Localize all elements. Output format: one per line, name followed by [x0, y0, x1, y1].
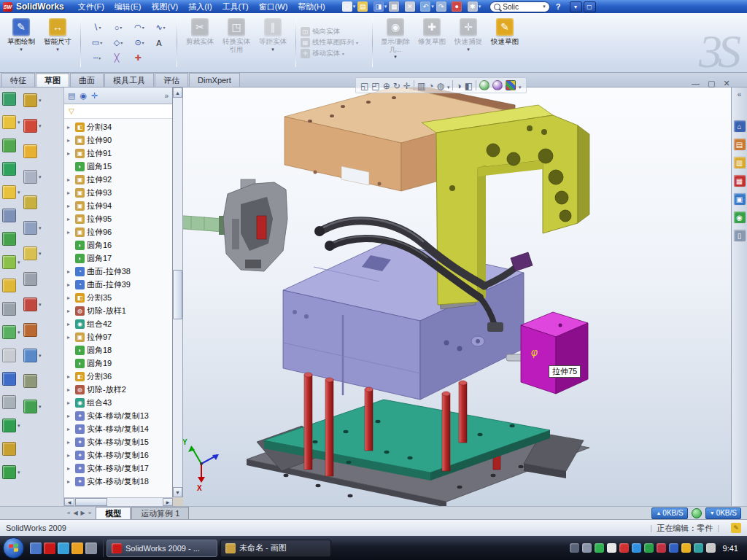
sketch-entity-button[interactable]: ◇▾: [108, 36, 128, 50]
dropdown-arrow-icon[interactable]: ▾: [39, 123, 42, 129]
expand-arrow-icon[interactable]: ▸: [67, 190, 73, 196]
quick-launch-icon[interactable]: [85, 542, 97, 554]
save-icon[interactable]: ◨▾: [374, 1, 387, 12]
open-document-icon[interactable]: ▤▾: [357, 1, 371, 12]
toolbar-icon[interactable]: ▾: [2, 115, 20, 129]
tray-icon[interactable]: [582, 543, 592, 553]
dropdown-arrow-icon[interactable]: ▾: [18, 260, 20, 265]
sketch-entity-button[interactable]: ∖▾: [87, 20, 107, 35]
minimize-button[interactable]: —: [692, 79, 700, 88]
menu-item[interactable]: 编辑(E): [109, 1, 147, 13]
sketch-entity-button[interactable]: ∿▾: [150, 20, 171, 35]
expand-arrow-icon[interactable]: ▸: [67, 386, 73, 393]
toolbar-icon[interactable]: ▾: [23, 374, 42, 388]
expand-arrow-icon[interactable]: ▸: [67, 295, 73, 301]
dropdown-arrow-icon[interactable]: ▾: [98, 55, 101, 61]
app-menu-button[interactable]: ▢: [584, 1, 596, 12]
quick-launch-icon[interactable]: [30, 542, 42, 554]
toolbar-icon[interactable]: ▾: [2, 372, 20, 386]
dropdown-arrow-icon[interactable]: ▾: [18, 190, 20, 195]
new-document-icon[interactable]: ▢▾: [342, 1, 356, 12]
dropdown-arrow-icon[interactable]: ▾: [271, 47, 274, 52]
dropdown-arrow-icon[interactable]: ▾: [394, 54, 397, 60]
toolbox-icon[interactable]: ▦: [734, 175, 746, 187]
ribbon-button[interactable]: ✚ 修复草图 ▾: [414, 15, 450, 70]
toolbar-icon[interactable]: ▾: [23, 93, 42, 107]
tray-icon[interactable]: [644, 543, 654, 553]
dropdown-arrow-icon[interactable]: ▾: [142, 25, 144, 30]
dropdown-arrow-icon[interactable]: ▾: [39, 251, 42, 257]
menu-item[interactable]: 工具(T): [217, 1, 254, 13]
tray-icon[interactable]: [681, 543, 691, 553]
view-tool-icon[interactable]: [476, 80, 476, 90]
rebuild-icon[interactable]: ●▾: [452, 1, 465, 12]
toolbar-icon[interactable]: ▾: [2, 92, 20, 106]
dropdown-arrow-icon[interactable]: ▾: [18, 423, 20, 429]
dropdown-arrow-icon[interactable]: ▾: [100, 40, 102, 45]
ribbon-tab[interactable]: 模具工具: [104, 73, 154, 87]
expand-arrow-icon[interactable]: ▸: [67, 229, 73, 236]
dropdown-arrow-icon[interactable]: ▾: [467, 47, 470, 52]
expand-arrow-icon[interactable]: ▸: [67, 124, 73, 131]
help-button[interactable]: ?: [556, 2, 561, 11]
dropdown-arrow-icon[interactable]: ▾: [39, 353, 42, 359]
monitor-status-icon[interactable]: [692, 508, 702, 518]
ribbon-tab[interactable]: 评估: [155, 73, 188, 87]
expand-arrow-icon[interactable]: ▸: [67, 281, 73, 288]
view-tool-icon[interactable]: [506, 80, 516, 90]
view-tool-icon[interactable]: ◑: [456, 79, 461, 92]
graphics-viewport[interactable]: φ: [183, 88, 731, 506]
file-explorer-icon[interactable]: ▥: [734, 157, 746, 168]
sketch-entity-button[interactable]: ┄▾: [87, 51, 107, 66]
dropdown-arrow-icon[interactable]: ▾: [56, 47, 59, 52]
delete-icon[interactable]: ✕▾: [405, 1, 419, 12]
expand-arrow-icon[interactable]: ▸: [67, 334, 73, 341]
view-tool-icon[interactable]: ↻: [393, 79, 400, 92]
dropdown-arrow-icon[interactable]: ▾: [18, 470, 20, 475]
toolbar-icon[interactable]: ▾: [2, 209, 20, 222]
dropdown-arrow-icon[interactable]: ▾: [120, 40, 123, 45]
menu-item[interactable]: 窗口(W): [254, 1, 293, 13]
dropdown-arrow-icon[interactable]: ▾: [18, 120, 20, 125]
feature-tree-item[interactable]: ▸ 分割36: [64, 370, 172, 383]
view-tool-icon[interactable]: [447, 79, 450, 92]
undo-icon[interactable]: ↶▾: [420, 1, 434, 12]
ribbon-tab[interactable]: 特征: [1, 73, 35, 87]
view-tool-icon[interactable]: [414, 80, 414, 90]
feature-tree-item[interactable]: ▸ 圆角19: [64, 357, 172, 370]
document-recovery-icon[interactable]: ▯: [734, 230, 746, 241]
toolbar-icon[interactable]: ▾: [2, 302, 20, 316]
feature-tree-item[interactable]: ▸ 拉伸95: [64, 212, 172, 225]
dropdown-arrow-icon[interactable]: ▾: [431, 4, 434, 9]
ribbon-button[interactable]: ✛ 快速捕捉 ▾: [450, 15, 487, 70]
sketch-entity-button[interactable]: ◠▾: [129, 20, 150, 35]
tab-nav-button[interactable]: ▶: [81, 510, 85, 516]
search-box[interactable]: Solic ▾: [489, 1, 550, 12]
ribbon-button[interactable]: ◉ 显示/删除几... ▾: [377, 15, 414, 70]
dropdown-arrow-icon[interactable]: ▾: [142, 40, 144, 45]
view-tool-icon[interactable]: ◰: [371, 79, 379, 92]
tree-header-icon[interactable]: ✛: [91, 91, 98, 101]
dropdown-arrow-icon[interactable]: ▾: [39, 225, 42, 231]
toolbar-icon[interactable]: ▾: [23, 144, 42, 158]
tree-overflow-button[interactable]: »: [164, 92, 169, 100]
tree-filter-row[interactable]: ▽: [64, 104, 172, 119]
view-tool-icon[interactable]: ◍: [436, 79, 444, 92]
scroll-up-button[interactable]: ▲: [173, 88, 182, 98]
view-tool-icon[interactable]: ◱: [360, 79, 368, 92]
sketch-entity-button[interactable]: ▭▾: [87, 36, 107, 50]
scrollbar-thumb[interactable]: [75, 498, 107, 506]
sketch-entity-button[interactable]: ⊙▾: [129, 36, 150, 50]
feature-tree-item[interactable]: ▸ 拉伸90: [64, 133, 172, 147]
dropdown-arrow-icon[interactable]: ▾: [18, 330, 20, 335]
feature-tree-item[interactable]: ▸ 拉伸97: [64, 330, 172, 343]
expand-arrow-icon[interactable]: ▸: [67, 426, 73, 432]
sketch-entity-button[interactable]: ╳▾: [108, 51, 128, 66]
feature-tree-item[interactable]: ▸ 实体-移动/复制18: [64, 475, 172, 488]
expand-arrow-icon[interactable]: ▸: [67, 268, 73, 275]
model-clamp[interactable]: [223, 179, 287, 271]
view-palette-icon[interactable]: ▣: [734, 193, 746, 205]
toolbar-icon[interactable]: ▾: [23, 170, 42, 184]
task-pane-collapse-button[interactable]: «: [732, 90, 747, 98]
ribbon-button[interactable]: ✎ 草图绘制 ▾: [3, 15, 39, 70]
